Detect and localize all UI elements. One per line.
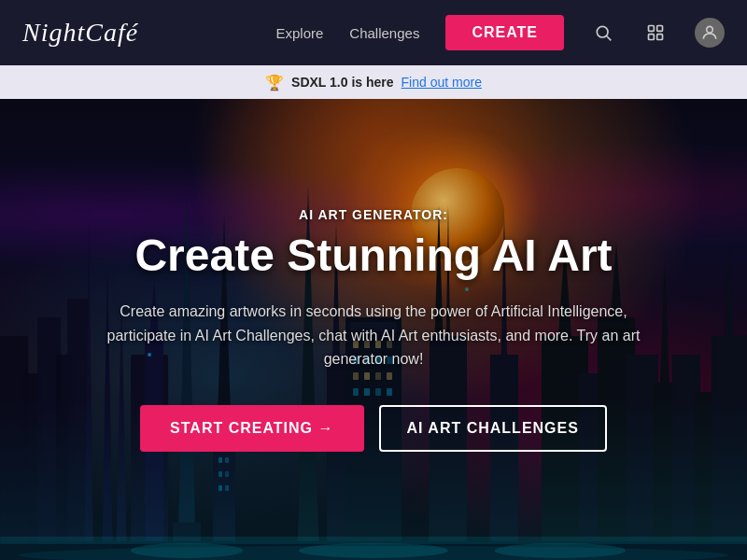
svg-point-6	[707, 26, 713, 33]
create-button[interactable]: CREATE	[445, 15, 564, 50]
svg-point-0	[597, 26, 608, 37]
grid-icon[interactable]	[642, 20, 669, 46]
user-avatar[interactable]	[695, 18, 725, 48]
challenges-link[interactable]: Challenges	[349, 25, 419, 41]
start-creating-button[interactable]: START CREATING →	[140, 405, 363, 452]
svg-rect-5	[657, 35, 663, 40]
announcement-bar: 🏆 SDXL 1.0 is here Find out more	[0, 65, 747, 99]
hero-title: Create Stunning AI Art	[134, 231, 612, 281]
logo: NightCafé	[22, 18, 138, 48]
trophy-icon: 🏆	[265, 74, 284, 91]
svg-rect-3	[657, 26, 663, 32]
announcement-text: SDXL 1.0 is here	[291, 75, 393, 90]
ai-art-challenges-button[interactable]: AI ART CHALLENGES	[379, 405, 607, 452]
hero-buttons: START CREATING → AI ART CHALLENGES	[140, 405, 607, 452]
navbar: NightCafé Explore Challenges CREATE	[0, 0, 747, 65]
hero-description: Create amazing artworks in seconds using…	[103, 300, 644, 371]
find-out-more-link[interactable]: Find out more	[402, 75, 482, 90]
svg-rect-4	[649, 35, 655, 40]
svg-line-1	[607, 36, 612, 41]
search-icon[interactable]	[590, 20, 616, 46]
hero-content: AI ART GENERATOR: Create Stunning AI Art…	[0, 99, 747, 560]
explore-link[interactable]: Explore	[275, 25, 323, 41]
hero-label: AI ART GENERATOR:	[299, 207, 448, 222]
hero-section: AI ART GENERATOR: Create Stunning AI Art…	[0, 99, 747, 560]
svg-rect-2	[649, 26, 655, 32]
nav-links: Explore Challenges CREATE	[275, 15, 725, 50]
